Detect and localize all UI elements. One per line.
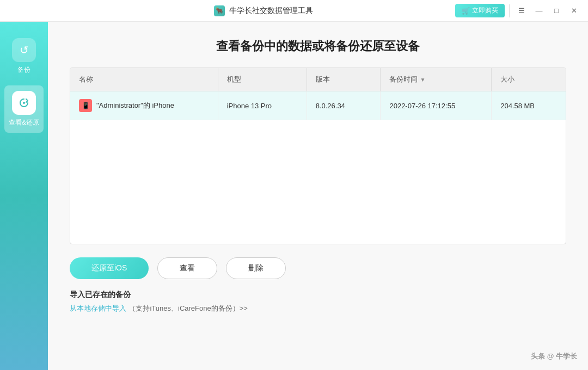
action-buttons: 还原至iOS 查看 删除 bbox=[70, 257, 566, 279]
backup-table: 名称 机型 版本 备份时间 ▼ 大小 📱 bbox=[70, 67, 566, 244]
view-button[interactable]: 查看 bbox=[157, 257, 217, 279]
import-section: 导入已存在的备份 从本地存储中导入 （支持iTunes、iCareFone的备份… bbox=[70, 290, 566, 313]
import-hint: （支持iTunes、iCareFone的备份）>> bbox=[128, 304, 247, 312]
menu-button[interactable]: ☰ bbox=[514, 3, 529, 18]
close-button[interactable]: ✕ bbox=[566, 3, 581, 18]
action-area: 还原至iOS 查看 删除 导入已存在的备份 从本地存储中导入 （支持iTunes… bbox=[70, 257, 566, 313]
purchase-icon: 🛒 bbox=[462, 7, 470, 15]
app-title: 牛学长社交数据管理工具 bbox=[229, 6, 313, 16]
cell-version: 8.0.26.34 bbox=[307, 91, 381, 120]
sidebar-item-backup[interactable]: ↺ 备份 bbox=[4, 33, 44, 80]
backup-size: 204.58 MB bbox=[500, 102, 535, 110]
sidebar-label-restore: 查看&还原 bbox=[9, 118, 39, 127]
maximize-button[interactable]: □ bbox=[549, 3, 564, 18]
main-layout: ↺ 备份 查看&还原 查看备份中的数据或将备份还原至设备 名称 bbox=[0, 22, 588, 370]
cell-model: iPhone 13 Pro bbox=[218, 91, 307, 120]
purchase-label: 立即购买 bbox=[472, 6, 498, 15]
svg-point-0 bbox=[23, 102, 25, 104]
minimize-button[interactable]: — bbox=[531, 3, 547, 18]
col-header-backup-time[interactable]: 备份时间 ▼ bbox=[381, 68, 492, 91]
table-header: 名称 机型 版本 备份时间 ▼ 大小 bbox=[70, 68, 566, 91]
cell-size: 204.58 MB bbox=[492, 91, 566, 120]
sidebar-label-backup: 备份 bbox=[17, 65, 30, 75]
divider bbox=[509, 4, 510, 17]
sidebar: ↺ 备份 查看&还原 bbox=[0, 22, 48, 370]
page-title: 查看备份中的数据或将备份还原至设备 bbox=[70, 38, 566, 54]
import-title: 导入已存在的备份 bbox=[70, 290, 566, 300]
delete-button[interactable]: 删除 bbox=[226, 257, 286, 279]
titlebar-center: 🐂 牛学长社交数据管理工具 bbox=[214, 5, 313, 16]
device-name: "Administrator"的 iPhone bbox=[96, 101, 174, 110]
cell-backup-time: 2022-07-26 17:12:55 bbox=[381, 91, 492, 120]
titlebar: 🐂 牛学长社交数据管理工具 🛒 立即购买 ☰ — □ ✕ bbox=[0, 0, 588, 22]
device-version: 8.0.26.34 bbox=[316, 102, 345, 110]
sort-arrow-icon: ▼ bbox=[420, 77, 425, 83]
restore-svg bbox=[18, 97, 30, 109]
col-header-version: 版本 bbox=[307, 68, 381, 91]
content-area: 查看备份中的数据或将备份还原至设备 名称 机型 版本 备份时间 ▼ 大小 bbox=[48, 22, 588, 370]
restore-icon bbox=[12, 91, 36, 115]
import-link[interactable]: 从本地存储中导入 bbox=[70, 304, 126, 312]
restore-ios-button[interactable]: 还原至iOS bbox=[70, 257, 149, 279]
device-icon: 📱 bbox=[79, 99, 92, 112]
watermark: 头条 @ 牛学长 bbox=[531, 351, 577, 361]
col-header-model: 机型 bbox=[218, 68, 307, 91]
device-model: iPhone 13 Pro bbox=[227, 102, 272, 110]
backup-time: 2022-07-26 17:12:55 bbox=[389, 102, 455, 110]
table-body: 📱 "Administrator"的 iPhone iPhone 13 Pro … bbox=[70, 91, 566, 244]
table-row[interactable]: 📱 "Administrator"的 iPhone iPhone 13 Pro … bbox=[70, 91, 566, 120]
purchase-button[interactable]: 🛒 立即购买 bbox=[455, 4, 505, 17]
cell-name: 📱 "Administrator"的 iPhone bbox=[70, 91, 218, 120]
sidebar-item-restore[interactable]: 查看&还原 bbox=[4, 85, 44, 133]
titlebar-right: 🛒 立即购买 ☰ — □ ✕ bbox=[455, 3, 581, 18]
app-icon: 🐂 bbox=[214, 5, 225, 16]
backup-icon: ↺ bbox=[12, 38, 36, 62]
col-header-name: 名称 bbox=[70, 68, 218, 91]
col-header-size: 大小 bbox=[492, 68, 566, 91]
